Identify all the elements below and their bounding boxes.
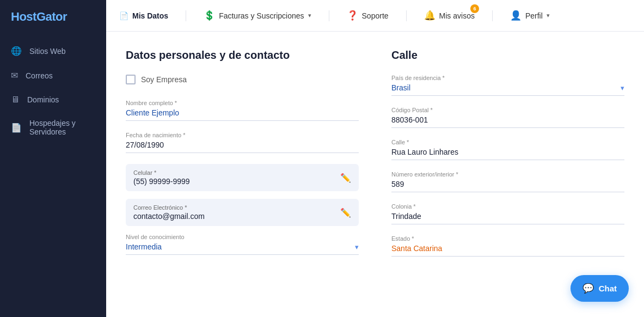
sidebar-item-hospedajes[interactable]: 📄 Hospedajes y Servidores [0,112,106,143]
sidebar-item-label: Dominios [27,95,59,104]
sidebar-item-label: Sitios Web [29,47,66,56]
numero-field: Número exterior/interior * 589 [391,171,624,192]
topnav-mis-avisos[interactable]: 🔔 6 Mis avisos [424,8,475,23]
content-area: Datos personales y de contacto Soy Empre… [106,32,644,317]
topnav: 📄 Mis Datos 💲 Facturas y Suscripciones ▾… [106,0,644,32]
personal-section: Datos personales y de contacto Soy Empre… [126,49,359,300]
user-icon: 👤 [510,10,522,21]
nombre-field: Nombre completo * Cliente Ejemplo [126,100,359,121]
topnav-facturas[interactable]: 💲 Facturas y Suscripciones ▾ [204,8,311,23]
document-icon: 📄 [119,11,128,20]
fecha-value: 27/08/1990 [126,141,359,153]
sidebar-item-label: Correos [26,71,53,80]
sidebar-item-label: Hospedajes y Servidores [29,119,76,136]
edit-correo-icon[interactable]: ✏️ [340,208,351,218]
empresa-label: Soy Empresa [141,75,187,84]
nombre-label: Nombre completo * [126,100,359,106]
correo-label: Correo Electrónico * [133,204,205,211]
brand-logo-text: HostGator [11,10,67,23]
chat-label: Chat [599,284,617,293]
nivel-field: Nivel de conocimiento Intermedia ▾ [126,234,359,255]
celular-field: Celular * (55) 99999-9999 ✏️ [126,164,359,191]
topnav-divider-3 [406,10,407,21]
edit-celular-icon[interactable]: ✏️ [340,173,351,183]
chevron-down-icon: ▾ [355,243,359,251]
pais-label: País de residencia * [391,75,624,81]
estado-label: Estado * [391,235,624,242]
main-area: 📄 Mis Datos 💲 Facturas y Suscripciones ▾… [106,0,644,317]
topnav-divider-2 [329,10,329,21]
fecha-field: Fecha de nacimiento * 27/08/1990 [126,132,359,153]
celular-label: Celular * [133,169,190,176]
pais-field: País de residencia * Brasil ▾ [391,75,624,96]
calle-label: Calle * [391,139,624,145]
topnav-label: Facturas y Suscripciones [219,11,304,20]
sidebar-item-sitios-web[interactable]: 🌐 Sitios Web [0,39,106,63]
topnav-label: Soporte [362,11,389,20]
sidebar-item-correos[interactable]: ✉ Correos [0,64,106,87]
empresa-checkbox-row: Soy Empresa [126,75,359,84]
topnav-divider-4 [492,10,493,21]
fecha-label: Fecha de nacimiento * [126,132,359,138]
postal-label: Código Postal * [391,107,624,113]
calle-field: Calle * Rua Lauro Linhares [391,139,624,160]
bell-icon: 🔔 [424,10,436,21]
topnav-perfil[interactable]: 👤 Perfil ▾ [510,8,550,23]
celular-value: (55) 99999-9999 [133,177,190,186]
dollar-icon: 💲 [204,10,215,21]
question-icon: ❓ [347,10,358,21]
globe-icon: 🌐 [11,46,22,56]
empresa-checkbox[interactable] [126,75,136,84]
topnav-mis-datos[interactable]: 📄 Mis Datos [119,9,168,22]
topnav-divider-1 [186,10,186,21]
nivel-dropdown[interactable]: Intermedia ▾ [126,242,359,255]
nivel-value: Intermedia [126,242,162,251]
estado-value: Santa Catarina [391,244,624,257]
topnav-label: Perfil [525,11,543,20]
monitor-icon: 🖥 [11,95,20,105]
chevron-down-icon: ▾ [547,12,550,19]
correo-inner: Correo Electrónico * contacto@gmail.com [133,204,205,221]
correo-field: Correo Electrónico * contacto@gmail.com … [126,199,359,226]
mail-icon: ✉ [11,70,18,81]
pais-dropdown[interactable]: Brasil ▾ [391,83,624,96]
file-icon: 📄 [11,123,22,133]
numero-value: 589 [391,180,624,192]
chat-button[interactable]: 💬 Chat [571,275,629,302]
numero-label: Número exterior/interior * [391,171,624,178]
address-section-title: Calle [391,49,624,62]
chevron-down-icon: ▾ [308,12,311,19]
pais-value: Brasil [391,83,410,92]
postal-field: Código Postal * 88036-001 [391,107,624,128]
notification-badge: 6 [470,4,479,13]
postal-value: 88036-001 [391,115,624,128]
sidebar-nav: 🌐 Sitios Web ✉ Correos 🖥 Dominios 📄 Hosp… [0,34,106,148]
topnav-label: Mis Datos [132,11,168,20]
correo-value: contacto@gmail.com [133,212,205,221]
nivel-label: Nivel de conocimiento [126,234,359,240]
sidebar-item-dominios[interactable]: 🖥 Dominios [0,88,106,111]
topnav-soporte[interactable]: ❓ Soporte [347,8,389,23]
celular-inner: Celular * (55) 99999-9999 [133,169,190,186]
calle-value: Rua Lauro Linhares [391,148,624,160]
chevron-down-icon: ▾ [621,84,624,92]
colonia-field: Colonia * Trindade [391,203,624,224]
colonia-value: Trindade [391,212,624,224]
address-section: Calle País de residencia * Brasil ▾ Códi… [391,49,624,300]
brand-logo: HostGator [0,0,106,34]
topnav-label: Mis avisos [439,11,475,20]
chat-icon: 💬 [582,283,594,294]
estado-field: Estado * Santa Catarina [391,235,624,257]
personal-section-title: Datos personales y de contacto [126,49,359,62]
colonia-label: Colonia * [391,203,624,210]
nombre-value: Cliente Ejemplo [126,108,359,121]
sidebar: HostGator 🌐 Sitios Web ✉ Correos 🖥 Domin… [0,0,106,317]
